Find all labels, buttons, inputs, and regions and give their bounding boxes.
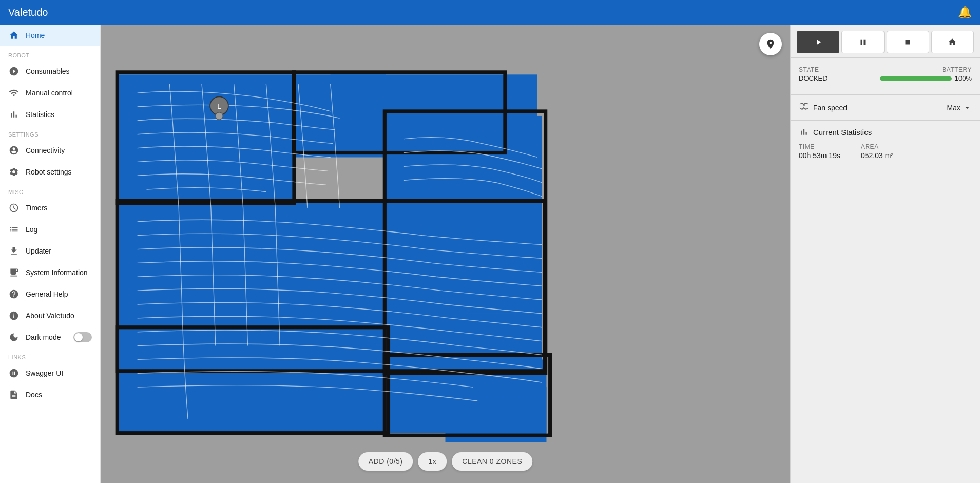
settings-section-label: Settings <box>0 125 100 140</box>
sidebar-item-manual-control[interactable]: Manual control <box>0 82 100 104</box>
sidebar-item-timers-label: Timers <box>26 204 47 212</box>
svg-point-18 <box>216 112 223 120</box>
battery-bar <box>880 76 952 81</box>
battery-bar-wrapper: 100% <box>880 74 972 82</box>
dark-mode-icon <box>8 332 20 343</box>
docs-icon <box>8 389 20 400</box>
notification-bell-icon[interactable]: 🔔 <box>958 6 972 19</box>
sidebar-item-statistics[interactable]: Statistics <box>0 104 100 125</box>
robot-section-label: Robot <box>0 46 100 61</box>
swagger-icon <box>8 368 20 379</box>
sidebar-item-robot-settings[interactable]: Robot settings <box>0 161 100 183</box>
sidebar-item-consumables-label: Consumables <box>26 67 70 75</box>
floor-plan-svg: L <box>101 25 790 483</box>
svg-text:L: L <box>218 103 221 110</box>
add-zones-button[interactable]: ADD (0/5) <box>358 452 413 471</box>
sidebar-item-timers[interactable]: Timers <box>0 197 100 219</box>
sidebar-item-statistics-label: Statistics <box>26 110 54 119</box>
fan-speed-left: Fan speed <box>799 101 847 114</box>
statistics-icon <box>8 109 20 120</box>
fan-speed-row: Fan speed Max <box>791 94 980 120</box>
sidebar-item-robot-settings-label: Robot settings <box>26 168 72 176</box>
status-row: State DOCKED Battery 100% <box>799 66 972 82</box>
chevron-down-icon <box>963 103 972 112</box>
consumables-icon <box>8 66 20 77</box>
right-panel: State DOCKED Battery 100% <box>790 25 980 483</box>
play-button[interactable] <box>797 31 839 53</box>
sidebar-item-updater-label: Updater <box>26 247 51 255</box>
svg-rect-6 <box>119 332 386 433</box>
stats-title: Current Statistics <box>813 128 872 137</box>
stop-button[interactable] <box>887 31 929 53</box>
sidebar-item-log-label: Log <box>26 225 37 234</box>
sidebar-item-general-help[interactable]: General Help <box>0 283 100 305</box>
area-value: 052.03 m² <box>861 151 893 160</box>
app-title: Valetudo <box>8 7 958 18</box>
sidebar-item-system-information[interactable]: System Information <box>0 262 100 283</box>
sidebar-item-updater[interactable]: Updater <box>0 240 100 262</box>
battery-col: Battery 100% <box>880 66 972 82</box>
stats-chart-icon <box>799 127 809 137</box>
area-label: Area <box>861 143 893 150</box>
fan-speed-label: Fan speed <box>813 104 847 112</box>
sidebar-item-docs[interactable]: Docs <box>0 384 100 405</box>
toggle-thumb <box>74 333 83 341</box>
connectivity-icon <box>8 145 20 156</box>
sidebar-item-general-help-label: General Help <box>26 290 68 298</box>
system-information-icon <box>8 267 20 278</box>
robot-settings-icon <box>8 166 20 178</box>
sidebar-item-home[interactable]: Home <box>0 25 100 46</box>
misc-section-label: Misc <box>0 183 100 197</box>
battery-label: Battery <box>880 66 972 73</box>
battery-percent: 100% <box>955 74 972 82</box>
topbar: Valetudo 🔔 <box>0 0 980 25</box>
sidebar-item-swagger-ui-label: Swagger UI <box>26 369 63 377</box>
fan-icon <box>799 101 809 114</box>
sidebar-item-home-label: Home <box>26 31 45 40</box>
sidebar-item-dark-mode-label: Dark mode <box>26 333 61 341</box>
about-icon <box>8 310 20 321</box>
main-layout: Home Robot Consumables Manual control St… <box>0 25 980 483</box>
sidebar-item-swagger-ui[interactable]: Swagger UI <box>0 362 100 384</box>
sidebar-item-connectivity-label: Connectivity <box>26 146 65 154</box>
current-statistics-section: Current Statistics Time 00h 53m 19s Area… <box>791 120 980 166</box>
multiplier-button[interactable]: 1x <box>418 452 447 471</box>
log-icon <box>8 224 20 235</box>
stats-header: Current Statistics <box>799 127 972 137</box>
links-section-label: Links <box>0 348 100 362</box>
sidebar-item-connectivity[interactable]: Connectivity <box>0 140 100 161</box>
sidebar-item-system-information-label: System Information <box>26 268 88 277</box>
sidebar-item-manual-control-label: Manual control <box>26 89 73 97</box>
fan-speed-value: Max <box>947 104 960 112</box>
dark-mode-toggle[interactable] <box>73 332 92 342</box>
fan-speed-selector[interactable]: Max <box>947 103 972 112</box>
time-col: Time 00h 53m 19s <box>799 143 840 160</box>
general-help-icon <box>8 288 20 300</box>
state-label: State <box>799 66 828 73</box>
control-buttons <box>791 25 980 58</box>
home-button[interactable] <box>931 31 974 53</box>
state-col: State DOCKED <box>799 66 828 82</box>
battery-fill <box>880 76 952 81</box>
status-section: State DOCKED Battery 100% <box>791 58 980 94</box>
timers-icon <box>8 202 20 214</box>
sidebar-item-consumables[interactable]: Consumables <box>0 61 100 82</box>
home-icon <box>8 30 20 41</box>
area-col: Area 052.03 m² <box>861 143 893 160</box>
map-bottom-controls: ADD (0/5) 1x CLEAN 0 ZONES <box>358 452 533 471</box>
sidebar-item-about-valetudo[interactable]: About Valetudo <box>0 305 100 326</box>
state-value: DOCKED <box>799 74 828 82</box>
sidebar-item-log[interactable]: Log <box>0 219 100 240</box>
updater-icon <box>8 245 20 257</box>
sidebar-item-about-valetudo-label: About Valetudo <box>26 312 74 320</box>
time-value: 00h 53m 19s <box>799 151 840 160</box>
clean-zones-button[interactable]: CLEAN 0 ZONES <box>452 452 532 471</box>
map-pin-button[interactable] <box>759 33 782 55</box>
sidebar-item-dark-mode[interactable]: Dark mode <box>0 326 100 348</box>
manual-control-icon <box>8 87 20 99</box>
sidebar: Home Robot Consumables Manual control St… <box>0 25 101 483</box>
map-area: L ADD (0/5) 1x CLEAN 0 ZONES <box>101 25 790 483</box>
sidebar-item-docs-label: Docs <box>26 391 42 399</box>
stats-row: Time 00h 53m 19s Area 052.03 m² <box>799 143 972 160</box>
pause-button[interactable] <box>841 31 884 53</box>
